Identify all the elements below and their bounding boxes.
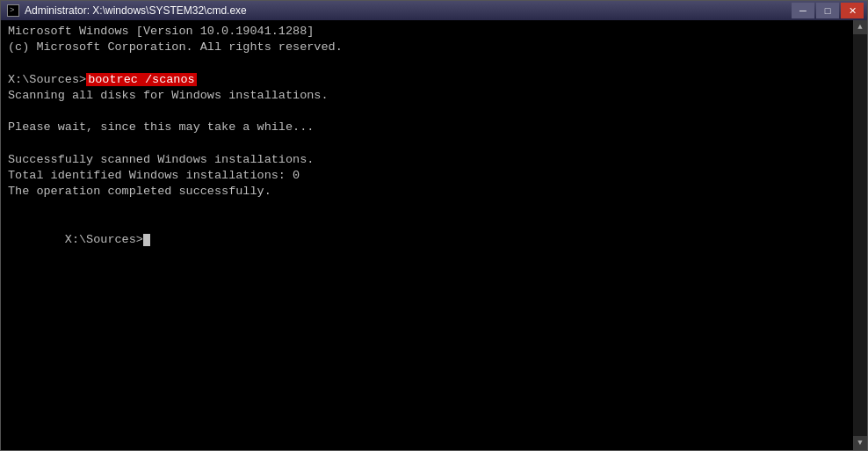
line-10: The operation completed successfully. [8, 184, 846, 200]
prompt-1: X:\Sources> [8, 73, 86, 86]
close-button[interactable]: ✕ [841, 3, 864, 18]
minimize-button[interactable]: ─ [792, 3, 814, 18]
line-5 [8, 104, 846, 120]
line-3 [8, 55, 846, 71]
scrollbar-down[interactable]: ▼ [853, 436, 867, 450]
console-area[interactable]: Microsoft Windows [Version 10.0.19041.12… [1, 20, 867, 450]
titlebar: Administrator: X:\windows\SYSTEM32\cmd.e… [1, 1, 867, 20]
line-2: (c) Microsoft Corporation. All rights re… [8, 40, 846, 55]
line-11 [8, 200, 846, 215]
line-command: X:\Sources>bootrec /scanos [8, 72, 846, 88]
cursor [143, 234, 150, 246]
maximize-button[interactable]: □ [816, 3, 839, 18]
line-4: Scanning all disks for Windows installat… [8, 88, 846, 104]
prompt-2: X:\Sources> [65, 233, 143, 246]
line-8: Successfully scanned Windows installatio… [8, 152, 846, 168]
scrollbar-up[interactable]: ▲ [853, 20, 867, 34]
line-1: Microsoft Windows [Version 10.0.19041.12… [8, 24, 846, 40]
window-title: Administrator: X:\windows\SYSTEM32\cmd.e… [25, 4, 247, 17]
line-6: Please wait, since this may take a while… [8, 120, 846, 135]
titlebar-buttons: ─ □ ✕ [792, 3, 864, 18]
cmd-app-icon [6, 4, 20, 18]
line-7 [8, 136, 846, 152]
cmd-window: Administrator: X:\windows\SYSTEM32\cmd.e… [0, 0, 868, 451]
console-output: Microsoft Windows [Version 10.0.19041.12… [8, 24, 846, 264]
scrollbar-track[interactable] [853, 34, 867, 436]
scrollbar[interactable]: ▲ ▼ [853, 20, 867, 450]
titlebar-left: Administrator: X:\windows\SYSTEM32\cmd.e… [6, 4, 247, 18]
command-text: bootrec /scanos [86, 73, 197, 86]
line-prompt-cursor: X:\Sources> [8, 216, 846, 265]
line-9: Total identified Windows installations: … [8, 168, 846, 184]
